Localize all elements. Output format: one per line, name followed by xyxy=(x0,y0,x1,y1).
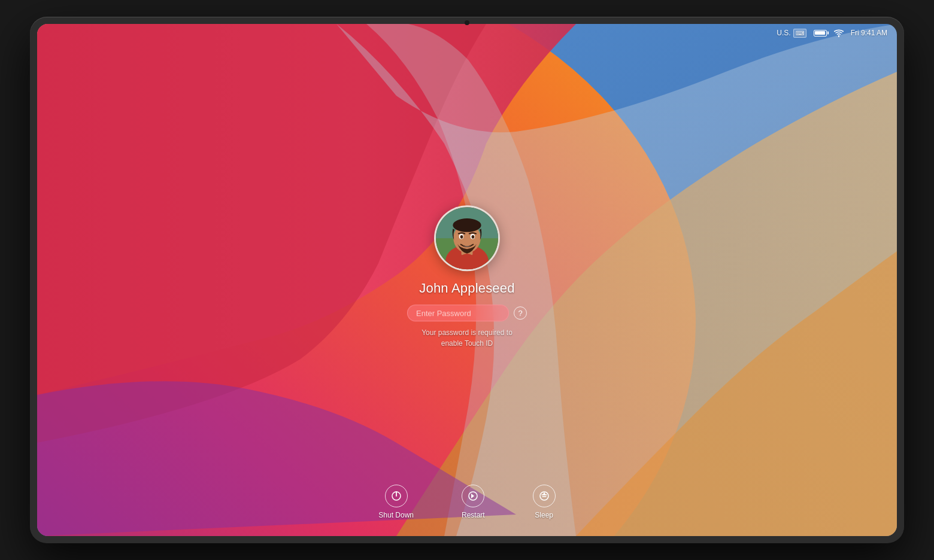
password-row: ? xyxy=(407,305,527,321)
help-button[interactable]: ? xyxy=(514,306,527,319)
svg-point-7 xyxy=(453,218,481,232)
clock: Fri 9:41 AM xyxy=(851,29,887,37)
sleep-label: Sleep xyxy=(535,511,553,519)
laptop-frame: U.S. ⌨ xyxy=(30,17,904,543)
hint-line1: Your password is required to xyxy=(421,328,513,337)
restart-button[interactable]: Restart xyxy=(462,485,485,519)
shut-down-label: Shut Down xyxy=(378,511,414,519)
svg-marker-15 xyxy=(471,494,474,498)
battery-indicator xyxy=(814,30,827,36)
bottom-buttons: Shut Down Restart xyxy=(37,485,897,519)
shut-down-icon xyxy=(385,485,408,507)
sleep-button[interactable]: Sleep xyxy=(533,485,556,519)
battery-fill xyxy=(815,31,825,35)
hint-line2: enable Touch ID xyxy=(441,339,493,348)
menubar: U.S. ⌨ xyxy=(37,24,897,42)
avatar xyxy=(434,205,500,271)
wifi-indicator xyxy=(834,29,844,37)
svg-point-11 xyxy=(472,235,475,239)
username-label: John Appleseed xyxy=(419,281,514,296)
svg-point-10 xyxy=(460,235,463,239)
restart-label: Restart xyxy=(462,511,485,519)
avatar-image xyxy=(436,207,498,269)
keyboard-badge: ⌨ xyxy=(793,29,806,38)
wifi-icon xyxy=(834,29,844,37)
svg-marker-21 xyxy=(542,492,545,495)
password-hint: Your password is required to enable Touc… xyxy=(421,327,513,349)
time-display: Fri 9:41 AM xyxy=(851,29,887,37)
menubar-right: U.S. ⌨ xyxy=(777,29,887,38)
battery-icon xyxy=(814,30,827,36)
sleep-icon xyxy=(533,485,556,507)
restart-icon xyxy=(462,485,484,507)
login-container: John Appleseed ? Your password is requir… xyxy=(407,205,527,349)
keyboard-layout: U.S. ⌨ xyxy=(777,29,806,38)
screen: U.S. ⌨ xyxy=(37,24,897,536)
password-input[interactable] xyxy=(407,305,509,321)
shut-down-button[interactable]: Shut Down xyxy=(378,485,414,519)
